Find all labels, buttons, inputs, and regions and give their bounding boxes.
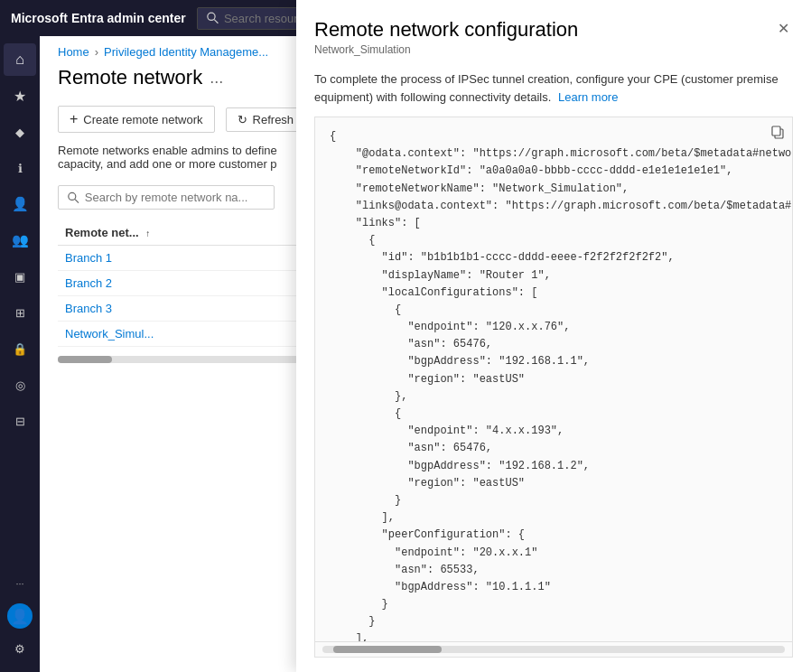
left-nav: ⌂ ★ ◆ ℹ 👤 👥 ▣ ⊞ 🔒 ◎ ⊟ ··· 👤 ⚙ — [0, 36, 40, 672]
list-search-icon — [68, 191, 79, 204]
create-remote-network-button[interactable]: + Create remote network — [58, 106, 215, 133]
refresh-button[interactable]: ↻ Refresh — [226, 107, 306, 132]
nav-grid[interactable]: ⊟ — [4, 405, 36, 437]
nav-settings[interactable]: ⚙ — [4, 632, 36, 665]
svg-rect-5 — [772, 126, 780, 135]
create-label: Create remote network — [83, 113, 202, 126]
search-icon — [207, 12, 219, 24]
page-description: Remote networks enable admins to define … — [40, 138, 329, 180]
code-block: { "@odata.context": "https://graph.micro… — [315, 117, 792, 641]
svg-line-1 — [214, 20, 218, 23]
nav-lock[interactable]: 🔒 — [4, 332, 36, 365]
panel-desc-text: To complete the process of IPSec tunnel … — [314, 72, 778, 104]
plus-icon: + — [70, 111, 78, 127]
breadcrumb-home[interactable]: Home — [58, 45, 89, 59]
panel-header: Remote network configuration Network_Sim… — [296, 0, 811, 63]
sort-icon: ↑ — [145, 229, 150, 238]
nav-info[interactable]: ℹ — [4, 152, 36, 184]
copy-icon — [770, 125, 785, 139]
network-name-link[interactable]: Network_Simul... — [65, 327, 154, 341]
nav-favorites[interactable]: ★ — [4, 79, 36, 112]
panel-close-button[interactable]: ✕ — [774, 18, 793, 40]
nav-home[interactable]: ⌂ — [4, 43, 36, 76]
panel-title-block: Remote network configuration Network_Sim… — [314, 18, 578, 56]
page-title: Remote network — [58, 66, 202, 89]
code-scrollbar-row — [315, 641, 792, 657]
network-name-link[interactable]: Branch 2 — [65, 276, 112, 290]
svg-point-2 — [69, 192, 76, 200]
list-search-box[interactable] — [58, 185, 275, 210]
nav-devices[interactable]: ▣ — [4, 260, 36, 293]
nav-groups[interactable]: 👥 — [4, 224, 36, 257]
panel-title: Remote network configuration — [314, 18, 578, 42]
svg-point-0 — [208, 13, 215, 20]
breadcrumb-sep1: › — [95, 45, 98, 59]
panel-description: To complete the process of IPSec tunnel … — [296, 63, 811, 117]
code-scrollbar-track — [322, 646, 785, 653]
code-container: { "@odata.context": "https://graph.micro… — [314, 117, 793, 658]
copy-code-button[interactable] — [770, 125, 785, 142]
nav-identity[interactable]: ◎ — [4, 369, 36, 401]
svg-line-3 — [75, 199, 79, 202]
panel-subtitle: Network_Simulation — [314, 43, 578, 56]
network-name-link[interactable]: Branch 1 — [65, 251, 112, 265]
scrollbar-thumb[interactable] — [58, 356, 112, 363]
refresh-icon: ↻ — [238, 113, 247, 126]
app-title: Microsoft Entra admin center — [11, 11, 186, 25]
nav-entra[interactable]: ◆ — [4, 116, 36, 148]
panel-overlay: Remote network configuration Network_Sim… — [296, 0, 811, 672]
breadcrumb-parent[interactable]: Privileged Identity Manageme... — [104, 45, 268, 59]
list-search-input[interactable] — [85, 191, 265, 204]
nav-more[interactable]: ··· — [4, 567, 36, 600]
nav-apps[interactable]: ⊞ — [4, 296, 36, 329]
nav-user-bottom[interactable]: 👤 — [7, 603, 33, 629]
network-name-link[interactable]: Branch 3 — [65, 302, 112, 315]
learn-more-link[interactable]: Learn more — [558, 90, 618, 104]
page-more-btn[interactable]: ... — [210, 69, 223, 88]
code-scrollbar-thumb[interactable] — [333, 646, 442, 653]
refresh-label: Refresh — [253, 113, 294, 126]
nav-user[interactable]: 👤 — [4, 188, 36, 220]
